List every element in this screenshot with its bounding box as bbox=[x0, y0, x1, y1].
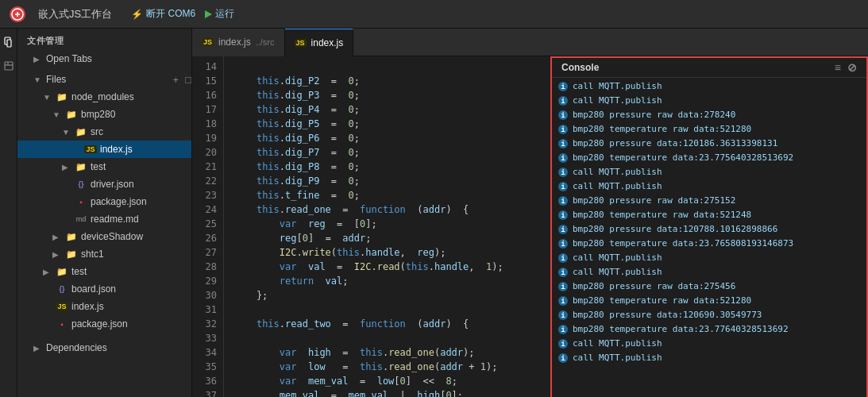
console-line-2: call MQTT.publish bbox=[552, 94, 866, 108]
src-index-js[interactable]: JS index.js bbox=[17, 141, 191, 158]
console-info-icon-12 bbox=[558, 239, 568, 249]
root-package-json[interactable]: ▪ package.json bbox=[17, 315, 191, 333]
sidebar-icons bbox=[0, 29, 17, 397]
files-root[interactable]: ▼ Files + □ bbox=[17, 71, 191, 88]
readme-md[interactable]: md readme.md bbox=[17, 210, 191, 228]
console-header-actions: ≡ ⊘ bbox=[835, 61, 857, 74]
console-line-3: bmp280 pressure raw data:278240 bbox=[552, 108, 866, 122]
open-tabs-section: ▶ Open Tabs bbox=[17, 50, 191, 71]
editor-area: JS index.js ../src JS index.js 141516171… bbox=[192, 29, 868, 397]
package-icon[interactable] bbox=[2, 59, 16, 73]
new-file-icon[interactable]: + bbox=[173, 74, 179, 86]
tabs-bar: JS index.js ../src JS index.js bbox=[192, 29, 868, 56]
console-line-15: bmp280 pressure raw data:275456 bbox=[552, 279, 866, 294]
console-line-10: bmp280 temperature raw data:521248 bbox=[552, 208, 866, 222]
src-folder-icon: 📁 bbox=[75, 127, 87, 137]
deps-arrow: ▶ bbox=[33, 344, 43, 353]
open-tabs-label: Open Tabs bbox=[46, 53, 92, 64]
console-clear-icon[interactable]: ⊘ bbox=[847, 61, 857, 74]
console-line-11: bmp280 pressure data:120788.10162898866 bbox=[552, 222, 866, 237]
device-shadow-folder[interactable]: ▶ 📁 deviceShadow bbox=[17, 228, 191, 245]
console-line-9: bmp280 pressure raw data:275152 bbox=[552, 194, 866, 208]
console-line-18: bmp280 temperature data:23.7764032851369… bbox=[552, 322, 866, 337]
root-index-label: index.js bbox=[71, 301, 104, 312]
root-test-arrow: ▶ bbox=[43, 268, 52, 276]
node-modules-label: node_modules bbox=[71, 91, 134, 102]
tab2-icon: JS bbox=[295, 39, 307, 47]
console-body[interactable]: call MQTT.publish call MQTT.publish bmp2… bbox=[552, 78, 866, 397]
bmp280-test-arrow: ▶ bbox=[62, 163, 71, 172]
src-folder[interactable]: ▼ 📁 src bbox=[17, 123, 191, 141]
root-pkg-label: package.json bbox=[71, 318, 128, 330]
code-lines: this.dig_P2 = 0; this.dig_P3 = 0; this.d… bbox=[224, 56, 550, 397]
src-label: src bbox=[91, 126, 103, 137]
svg-rect-3 bbox=[5, 62, 13, 70]
editor-console-split: 1415161718 1920212223 2425262728 2930313… bbox=[192, 56, 868, 397]
console-line-20: call MQTT.publish bbox=[552, 351, 866, 365]
open-tabs-item[interactable]: ▶ Open Tabs bbox=[17, 50, 191, 67]
shtc1-folder[interactable]: ▶ 📁 shtc1 bbox=[17, 245, 191, 263]
open-tabs-arrow: ▶ bbox=[33, 55, 43, 64]
console-header: Console ≡ ⊘ bbox=[552, 58, 866, 78]
console-line-8: call MQTT.publish bbox=[552, 179, 866, 194]
board-json[interactable]: {} board.json bbox=[17, 280, 191, 298]
console-info-icon-14 bbox=[558, 268, 568, 277]
board-json-label: board.json bbox=[71, 283, 116, 295]
shtc1-folder-icon: 📁 bbox=[65, 249, 78, 260]
tab1-path: ../src bbox=[256, 37, 275, 47]
tab-index-active[interactable]: JS index.js bbox=[285, 29, 354, 56]
shtc1-arrow: ▶ bbox=[52, 250, 62, 259]
driver-json-icon: {} bbox=[75, 180, 87, 188]
console-line-1: call MQTT.publish bbox=[552, 79, 866, 94]
device-folder-icon: 📁 bbox=[65, 232, 78, 242]
node-modules-folder[interactable]: ▼ 📁 node_modules bbox=[17, 88, 191, 106]
code-editor[interactable]: 1415161718 1920212223 2425262728 2930313… bbox=[192, 56, 550, 397]
driver-json[interactable]: {} driver.json bbox=[17, 175, 191, 193]
device-shadow-label: deviceShadow bbox=[81, 231, 143, 242]
bmp280-test-label: test bbox=[91, 161, 106, 172]
svg-rect-2 bbox=[7, 40, 11, 47]
root-test-icon: 📁 bbox=[56, 267, 68, 277]
bmp280-pkg-label: package.json bbox=[91, 196, 147, 207]
new-folder-icon[interactable]: □ bbox=[185, 74, 191, 86]
root-index-js[interactable]: JS index.js bbox=[17, 298, 191, 315]
src-arrow: ▼ bbox=[62, 128, 71, 137]
root-test-folder[interactable]: ▶ 📁 test bbox=[17, 263, 191, 280]
run-button[interactable]: 运行 bbox=[205, 7, 234, 21]
console-info-icon-19 bbox=[558, 339, 568, 349]
bmp280-package-json[interactable]: ▪ package.json bbox=[17, 193, 191, 210]
dependencies-section[interactable]: ▶ Dependencies bbox=[17, 339, 191, 357]
bmp280-test-folder[interactable]: ▶ 📁 test bbox=[17, 158, 191, 175]
title-actions: ⚡ 断开 COM6 运行 bbox=[131, 7, 234, 21]
console-info-icon-17 bbox=[558, 310, 568, 320]
folder-icon: 📁 bbox=[56, 92, 68, 102]
console-info-icon-8 bbox=[558, 182, 568, 191]
console-info-icon-18 bbox=[558, 325, 568, 334]
file-explorer: 文件管理 ▶ Open Tabs ▼ Files + □ ▼ 📁 node_mo… bbox=[17, 29, 192, 397]
disconnect-icon: ⚡ bbox=[131, 9, 143, 20]
console-info-icon-1 bbox=[558, 82, 568, 91]
root-pkg-icon: ▪ bbox=[56, 320, 68, 329]
console-line-6: bmp280 temperature data:23.7756403285136… bbox=[552, 151, 866, 165]
device-arrow: ▶ bbox=[52, 233, 62, 241]
src-index-label: index.js bbox=[100, 144, 133, 155]
bmp280-test-icon: 📁 bbox=[75, 162, 87, 172]
bmp280-folder[interactable]: ▼ 📁 bmp280 bbox=[17, 106, 191, 123]
run-icon bbox=[205, 10, 212, 18]
console-line-14: call MQTT.publish bbox=[552, 265, 866, 279]
console-menu-icon[interactable]: ≡ bbox=[835, 61, 841, 74]
console-info-icon-16 bbox=[558, 296, 568, 306]
files-icon[interactable] bbox=[2, 35, 16, 49]
console-info-icon-20 bbox=[558, 353, 568, 363]
console-title: Console bbox=[561, 62, 599, 73]
readme-icon: md bbox=[75, 215, 87, 223]
files-arrow: ▼ bbox=[33, 75, 43, 84]
bmp280-label: bmp280 bbox=[81, 109, 115, 120]
disconnect-button[interactable]: ⚡ 断开 COM6 bbox=[131, 7, 195, 21]
console-info-icon-2 bbox=[558, 96, 568, 106]
tab-index-src[interactable]: JS index.js ../src bbox=[192, 29, 285, 56]
console-info-icon-6 bbox=[558, 153, 568, 163]
driver-json-label: driver.json bbox=[91, 179, 134, 190]
tab1-icon: JS bbox=[202, 38, 214, 46]
js-file-icon: JS bbox=[84, 145, 97, 153]
